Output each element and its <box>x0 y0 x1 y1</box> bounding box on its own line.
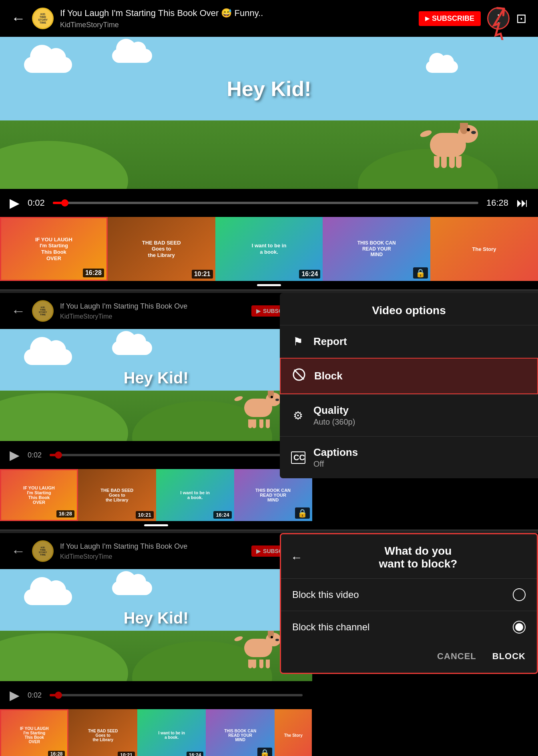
hill-2 <box>358 149 498 189</box>
dog-head <box>458 125 478 143</box>
block-channel-label: Block this channel <box>292 622 505 633</box>
dog-2 <box>244 399 272 417</box>
video-frame-1: Hey Kid! <box>0 37 538 189</box>
thumbnail-s3-4[interactable]: THIS BOOK CANREAD YOURMIND 🔒 <box>206 709 274 756</box>
section3-left: ← KIDTIMESTORYTIME If You Laugh I'm Star… <box>0 533 312 756</box>
hill-1 <box>0 141 128 189</box>
thumbnail-1[interactable]: IF YOU LAUGHI'm StartingThis BookOVER 16… <box>0 217 108 281</box>
play-button-2[interactable]: ▶ <box>10 447 20 463</box>
back-button-1[interactable]: ← <box>11 11 26 26</box>
dog-tail <box>420 129 433 138</box>
panel-option-quality[interactable]: ⚙ Quality Auto (360p) <box>280 394 538 436</box>
video-controls-2: ▶ 0:02 <box>0 441 312 469</box>
captions-icon: CC <box>291 451 305 464</box>
thumbnail-3[interactable]: I want to be ina book. 16:24 <box>215 217 323 281</box>
block-video-label: Block this video <box>292 589 505 600</box>
section-2: ← KIDTIMESTORYTIME If You Laugh I'm Star… <box>0 293 538 531</box>
progress-bar-2[interactable] <box>50 454 302 456</box>
dialog-header: ← What do youwant to block? <box>281 534 537 578</box>
block-channel-radio[interactable] <box>513 621 526 634</box>
play-button-1[interactable]: ▶ <box>10 195 20 211</box>
block-label: Block <box>314 370 526 382</box>
cancel-button[interactable]: CANCEL <box>437 651 476 662</box>
section-1: ← KIDTIMESTORYTIME If You Laugh I'm Star… <box>0 0 538 291</box>
thumbnail-5[interactable]: The Story <box>430 217 538 281</box>
dog-leg-2 <box>441 156 447 168</box>
quality-icon: ⚙ <box>291 409 305 422</box>
block-dialog: ← What do youwant to block? Block this v… <box>280 533 538 674</box>
current-time-2: 0:02 <box>28 451 42 459</box>
cast-button-1[interactable]: ⊡ <box>516 11 527 26</box>
report-label: Report <box>313 335 527 348</box>
scroll-dot-1 <box>257 284 281 286</box>
section2-container: ← KIDTIMESTORYTIME If You Laugh I'm Star… <box>0 293 538 529</box>
video-controls-1: ▶ 0:02 16:28 ⏭ <box>0 189 538 217</box>
dog-leg-4 <box>456 156 462 168</box>
next-button-1[interactable]: ⏭ <box>516 196 528 210</box>
current-time-3: 0:02 <box>28 691 42 700</box>
section2-left: ← KIDTIMESTORYTIME If You Laugh I'm Star… <box>0 293 312 529</box>
more-options-button-1[interactable]: ⋮ <box>487 7 510 30</box>
channel-logo-3: KIDTIMESTORYTIME <box>32 540 54 562</box>
back-button-2[interactable]: ← <box>11 304 26 318</box>
panel-option-report[interactable]: ⚑ Report <box>280 325 538 358</box>
video-header-2: ← KIDTIMESTORYTIME If You Laugh I'm Star… <box>0 293 312 329</box>
video-header-1: ← KIDTIMESTORYTIME If You Laugh I'm Star… <box>0 0 538 37</box>
thumbnail-s2-2[interactable]: THE BAD SEEDGoes tothe Library 10:21 <box>78 469 156 521</box>
progress-bar-3[interactable] <box>50 694 302 696</box>
cloud-3 <box>426 61 458 73</box>
channel-name-2: KidTimeStoryTime <box>60 313 245 320</box>
channel-logo-1: KIDTIMESTORYTIME <box>32 8 54 29</box>
panel-title: Video options <box>280 293 538 325</box>
current-time-1: 0:02 <box>28 198 45 208</box>
thumbnail-2[interactable]: THE BAD SEEDGoes tothe Library 10:21 <box>108 217 215 281</box>
thumbnail-s3-3[interactable]: I want to be ina book. 16:24 <box>137 709 206 756</box>
cloud-2 <box>112 49 152 63</box>
dog-leg-1 <box>434 156 440 168</box>
thumbnail-label-5: The Story <box>472 246 496 252</box>
thumbnail-s3-1[interactable]: IF YOU LAUGHI'm StartingThis BookOVER 16… <box>0 709 68 756</box>
block-confirm-button[interactable]: BLOCK <box>492 651 526 662</box>
scroll-indicator-2 <box>0 521 312 529</box>
thumbnail-s3-2[interactable]: THE BAD SEEDGoes tothe Library 10:21 <box>68 709 137 756</box>
dialog-actions: CANCEL BLOCK <box>281 643 537 673</box>
play-button-3[interactable]: ▶ <box>10 688 20 703</box>
thumbnail-4[interactable]: THIS BOOK CANREAD YOURMIND 🔒 <box>323 217 430 281</box>
thumbnail-duration-2: 10:21 <box>192 270 213 279</box>
progress-bar-1[interactable] <box>53 202 478 204</box>
section3-container: ← KIDTIMESTORYTIME If You Laugh I'm Star… <box>0 533 538 756</box>
block-video-option[interactable]: Block this video <box>281 578 537 611</box>
back-button-3[interactable]: ← <box>11 544 26 558</box>
thumbnail-s2-3[interactable]: I want to be ina book. 16:24 <box>156 469 234 521</box>
thumbnail-label-4: THIS BOOK CANREAD YOURMIND <box>357 240 396 257</box>
video-player-1: ← KIDTIMESTORYTIME If You Laugh I'm Star… <box>0 0 538 289</box>
scroll-indicator-1 <box>0 281 538 289</box>
section-3: ← KIDTIMESTORYTIME If You Laugh I'm Star… <box>0 533 538 756</box>
thumbnail-lock-4: 🔒 <box>413 267 428 279</box>
subscribe-button-1[interactable]: SUBSCRIBE <box>419 11 481 26</box>
block-icon <box>292 368 306 384</box>
block-channel-option[interactable]: Block this channel <box>281 611 537 643</box>
video-title-area-3: If You Laugh I'm Starting This Book Ove … <box>60 542 245 560</box>
thumbnail-duration-3: 16:24 <box>299 270 320 279</box>
channel-logo-2: KIDTIMESTORYTIME <box>32 300 54 322</box>
dog-leg-3 <box>449 156 455 168</box>
panel-option-block[interactable]: Block <box>280 358 538 394</box>
panel-option-captions[interactable]: CC Captions Off <box>280 436 538 478</box>
thumbnail-label-1: IF YOU LAUGHI'm StartingThis BookOVER <box>35 237 72 261</box>
cloud-1 <box>24 57 72 73</box>
channel-name-1: KidTimeStoryTime <box>60 21 412 29</box>
total-time-1: 16:28 <box>486 198 508 208</box>
channel-logo-text-1: KIDTIMESTORYTIME <box>38 13 48 24</box>
video-controls-3: ▶ 0:02 <box>0 681 312 709</box>
block-video-radio[interactable] <box>513 588 526 601</box>
captions-sub: Off <box>313 459 527 469</box>
channel-logo-text-2: KIDTIMESTORYTIME <box>39 306 47 316</box>
thumbnail-s2-1[interactable]: IF YOU LAUGHI'm StartingThis BookOVER 16… <box>0 469 78 521</box>
video-title-area-2: If You Laugh I'm Starting This Book Ove … <box>60 302 245 320</box>
video-header-3: ← KIDTIMESTORYTIME If You Laugh I'm Star… <box>0 533 312 569</box>
dialog-back-button[interactable]: ← <box>291 551 303 564</box>
thumbnail-s3-5[interactable]: The Story <box>275 709 312 756</box>
svg-line-1 <box>294 370 304 379</box>
thumbnail-label-3: I want to be ina book. <box>252 243 287 255</box>
